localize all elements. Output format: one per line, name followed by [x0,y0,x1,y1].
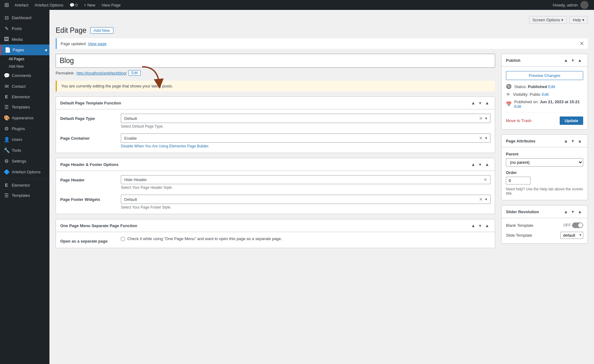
page-container-value: Enable [124,136,477,141]
order-input[interactable] [506,177,531,184]
adminbar-options[interactable]: Artefact Options [32,0,66,10]
submenu-all-pages[interactable]: All Pages [0,55,49,63]
sidebar-item-dashboard[interactable]: ⊟ Dashboard [0,12,49,23]
sr-toggle-button[interactable]: ▲ [576,209,583,215]
page-type-row: Default Page Type Default ✕ ▾ Select Def… [60,114,490,129]
publish-panel-title: Publish [506,58,520,63]
sidebar-item-pages[interactable]: 📄 Pages ◀ [0,44,49,55]
visibility-icon: 👁 [506,92,511,97]
page-type-value: Default [124,116,477,121]
publish-actions: Move to Trash Update [506,112,583,125]
adminbar-new[interactable]: + New [81,0,98,10]
hf-collapse-up-button[interactable]: ▲ [470,161,477,167]
sidebar-item-settings[interactable]: ⚙ Settings [0,156,49,167]
sidebar-item-elementor1[interactable]: E Elementor [0,92,49,102]
slider-revolution-panel: Slider Revolution ▲ ▾ ▲ Blank Template O… [501,205,588,243]
page-title-input[interactable] [56,54,495,68]
page-footer-clear-icon[interactable]: ✕ [479,197,483,202]
preview-changes-button[interactable]: Preview Changes [506,71,583,80]
page-header-clear-icon[interactable]: ✕ [484,177,487,182]
parent-select[interactable]: (no parent) [506,158,583,167]
open-separate-field: Check it while using "One Page Menu" and… [121,236,490,241]
hf-toggle-button[interactable]: ▲ [484,161,490,167]
slide-template-select[interactable]: default [560,232,583,239]
sidebar-item-media[interactable]: 🖼 Media [0,34,49,44]
sr-collapse-up-button[interactable]: ▲ [562,209,569,215]
sidebar-item-templates1[interactable]: ☰ Templates [0,102,49,112]
status-value: Published [528,84,547,89]
move-to-trash-link[interactable]: Move to Trash [506,118,531,123]
screen-options-chevron-icon: ▾ [561,18,563,22]
permalink-url[interactable]: http://localhost/artefact/blog/ [76,71,127,75]
page-footer-arrow-icon: ▾ [485,197,487,201]
page-header-field: Hide Header ✕ Select Your Page Header St… [121,175,490,190]
pa-collapse-down-button[interactable]: ▾ [571,138,575,144]
visibility-value: Public [530,92,541,97]
page-type-arrow-icon: ▾ [485,116,487,121]
sidebar-item-elementor2[interactable]: E Elementor [0,180,49,190]
adminbar-comments[interactable]: 💬 0 [67,0,80,10]
page-type-clear-icon[interactable]: ✕ [479,116,483,121]
metabox-collapse-down-button[interactable]: ▾ [478,100,482,106]
page-container-clear-icon[interactable]: ✕ [479,136,483,141]
page-footer-select[interactable]: Default ✕ ▾ [121,195,490,204]
metabox-toggle-button[interactable]: ▲ [484,100,490,106]
adminbar-view-page[interactable]: View Page [99,0,123,10]
metabox-controls: ▲ ▾ ▲ [470,100,490,106]
permalink-edit-button[interactable]: Edit [129,70,141,76]
published-on-edit-link[interactable]: Edit [514,104,521,109]
sidebar-item-contact[interactable]: ✉ Contact [0,81,49,92]
one-page-menu-header[interactable]: One Page Menu Separate Page Function ▲ ▾… [56,219,495,232]
metabox-collapse-up-button[interactable]: ▲ [470,100,477,106]
page-container-select[interactable]: Enable ✕ ▾ [121,133,490,143]
notice-dismiss-button[interactable]: ✕ [579,41,584,46]
wp-logo-icon[interactable]: ⊞ [2,0,11,10]
sidebar-item-plugins[interactable]: ⚙ Plugins [0,123,49,134]
opm-collapse-down-button[interactable]: ▾ [478,222,482,229]
hf-collapse-down-button[interactable]: ▾ [478,161,482,167]
sr-collapse-down-button[interactable]: ▾ [571,209,575,215]
page-updated-notice: Page updated. View page ✕ [56,38,588,49]
page-header-value: Hide Header [124,177,481,182]
sidebar-item-templates2[interactable]: ☰ Templates [0,190,49,201]
open-separate-checkbox[interactable] [121,237,125,241]
update-button[interactable]: Update [560,116,583,125]
visibility-edit-link[interactable]: Edit [542,92,549,97]
users-icon: 👤 [4,137,9,142]
default-page-template-header[interactable]: Default Page Template Function ▲ ▾ ▲ [56,97,495,109]
sidebar-item-posts[interactable]: ✎ Posts [0,23,49,34]
sidebar-item-users[interactable]: 👤 Users [0,134,49,145]
page-type-label: Default Page Type [60,114,116,121]
page-header-footer-header[interactable]: Page Header & Footer Options ▲ ▾ ▲ [56,158,495,171]
page-attributes-body: Parent (no parent) Order Need help? Use … [502,147,588,200]
sidebar-item-artefact-options[interactable]: 🔷 Artefact Options [0,167,49,177]
tools-icon: 🔧 [4,147,9,153]
sidebar-item-tools[interactable]: 🔧 Tools [0,145,49,156]
page-type-select[interactable]: Default ✕ ▾ [121,114,490,123]
pa-collapse-up-button[interactable]: ▲ [562,138,569,144]
submenu-add-new[interactable]: Add New [0,63,49,70]
page-attributes-title: Page Attributes [506,139,536,143]
permalink-row: Permalink: http://localhost/artefact/blo… [56,70,495,76]
publish-collapse-up-button[interactable]: ▲ [562,57,569,63]
opm-toggle-button[interactable]: ▲ [484,222,490,229]
add-new-button[interactable]: Add New [90,27,113,34]
pa-toggle-button[interactable]: ▲ [576,138,583,144]
sidebar-item-comments[interactable]: 💬 Comments [0,70,49,81]
appearance-icon: 🎨 [4,115,9,121]
blank-template-toggle[interactable]: OFF [563,222,583,228]
view-page-link[interactable]: View page [88,41,106,46]
opm-collapse-up-button[interactable]: ▲ [470,222,477,229]
adminbar-site-name[interactable]: Artefact [12,0,31,10]
sidebar-item-appearance[interactable]: 🎨 Appearance [0,112,49,123]
toggle-track[interactable] [572,222,583,228]
slider-revolution-title: Slider Revolution [506,210,539,214]
published-on-value: Jun 21, 2023 at 15:21 [540,99,579,104]
help-button[interactable]: Help ▾ [569,16,588,24]
publish-toggle-button[interactable]: ▲ [576,57,583,63]
screen-options-button[interactable]: Screen Options ▾ [529,16,567,24]
publish-collapse-down-button[interactable]: ▾ [571,57,575,63]
page-header-select[interactable]: Hide Header ✕ [121,175,490,184]
status-edit-link[interactable]: Edit [548,84,555,89]
templates1-icon: ☰ [4,104,9,110]
